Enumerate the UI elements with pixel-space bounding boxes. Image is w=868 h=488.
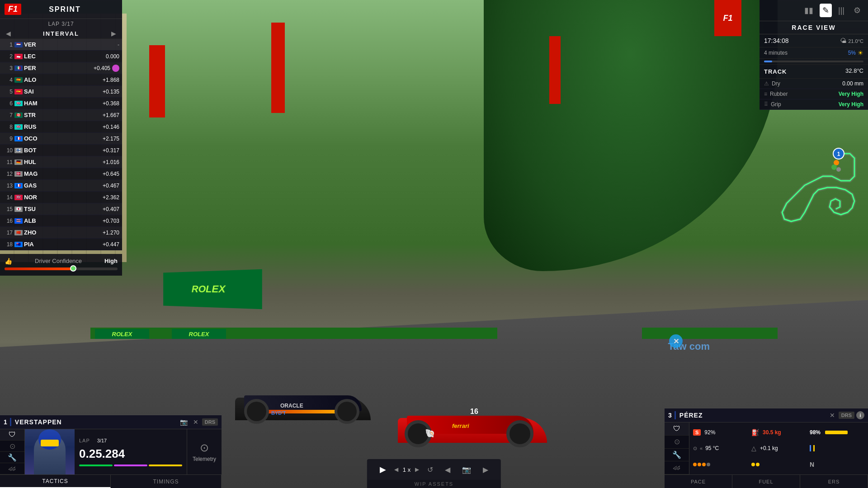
tab-tools[interactable]: 🔧 bbox=[0, 452, 24, 463]
table-row[interactable]: 4 🇪🇸 ALO +1.868 bbox=[0, 74, 122, 86]
temp-val: 95 °C bbox=[705, 445, 719, 451]
team-flag: 🇲🇨 bbox=[14, 54, 23, 59]
dot-2 bbox=[698, 463, 701, 466]
per-footer-ers[interactable]: ERS bbox=[800, 475, 868, 488]
standing-pos: 15 bbox=[3, 206, 13, 212]
driver-gap: +0.317 bbox=[94, 147, 119, 154]
table-row[interactable]: 15 🇯🇵 TSU +0.407 bbox=[0, 203, 122, 215]
close-icon[interactable]: ✕ bbox=[191, 418, 200, 427]
speed-display: 1 x bbox=[403, 466, 410, 473]
table-row[interactable]: 2 🇲🇨 LEC 0.000 bbox=[0, 51, 122, 62]
info-button[interactable]: i bbox=[856, 411, 864, 419]
driver-code: OCO bbox=[24, 135, 94, 142]
interval-next[interactable]: ▶ bbox=[109, 30, 118, 37]
toolbar-pencil[interactable]: ✎ bbox=[820, 4, 832, 17]
team-flag: 🇨🇳 bbox=[14, 230, 23, 235]
camera-button[interactable]: 📷 bbox=[458, 464, 475, 476]
cam-next-button[interactable]: ▶ bbox=[479, 464, 492, 476]
play-button[interactable]: ▶ bbox=[376, 463, 390, 476]
toolbar-bars[interactable]: ||| bbox=[835, 4, 847, 17]
footer-tactics[interactable]: TACTICS bbox=[0, 475, 111, 488]
table-row[interactable]: 12 🇩🇰 MAG +0.645 bbox=[0, 168, 122, 180]
toolbar-gear[interactable]: ⚙ bbox=[851, 4, 863, 17]
team-flag: 🇳🇱 bbox=[14, 42, 23, 47]
table-row[interactable]: 6 🇬🇧 HAM +0.368 bbox=[0, 98, 122, 109]
race-time: 17:34:08 bbox=[764, 37, 840, 44]
driver-code: PER bbox=[24, 65, 85, 71]
team-flag: 🇩🇰 bbox=[14, 171, 23, 177]
table-row[interactable]: 11 🇩🇪 HUL +1.016 bbox=[0, 156, 122, 168]
tab-driver[interactable]: 🏎 bbox=[0, 463, 24, 474]
race-type: SPRINT bbox=[49, 5, 81, 14]
table-row[interactable]: 7 🇨🇦 STR +1.667 bbox=[0, 109, 122, 121]
camera-icon[interactable]: 📷 bbox=[178, 418, 189, 427]
standing-pos: 14 bbox=[3, 194, 13, 201]
rain-bar-fill bbox=[764, 61, 772, 62]
per-tab-driver[interactable]: 🏎 bbox=[665, 461, 689, 474]
stat-fuel-icon: ⛽ 30.5 kg bbox=[751, 429, 806, 436]
ver-timing: LAP 3/17 0.25.284 bbox=[75, 429, 187, 474]
perez-card: 3 PÉREZ ✕ DRS i 🛡 ⊙ 🔧 🏎 S 92% bbox=[665, 408, 868, 488]
rain-bar-container bbox=[760, 59, 868, 65]
table-row[interactable]: 1 🇳🇱 VER - bbox=[0, 39, 122, 51]
rain-minutes: 4 minutes bbox=[764, 50, 848, 56]
track-temp: 32.8°C bbox=[845, 67, 863, 74]
stat-battery: S 92% bbox=[693, 429, 748, 436]
table-row[interactable]: 9 🇫🇷 OCO +2.175 bbox=[0, 133, 122, 145]
table-row[interactable]: 16 🇹🇭 ALB +0.703 bbox=[0, 215, 122, 227]
standing-pos: 17 bbox=[3, 230, 13, 236]
lap-info: LAP 3/17 bbox=[0, 19, 122, 28]
drs-button[interactable]: DRS bbox=[202, 418, 218, 426]
grip-value: Very High bbox=[839, 101, 863, 108]
driver-code: PIA bbox=[24, 241, 94, 248]
speed-prev[interactable]: ◀ bbox=[394, 466, 398, 473]
interval-label: INTERVAL bbox=[13, 30, 109, 37]
dot-6 bbox=[756, 463, 760, 466]
confidence-track[interactable] bbox=[5, 267, 118, 270]
driver-gap: +0.405 bbox=[85, 65, 110, 71]
standing-pos: 10 bbox=[3, 147, 13, 154]
cam-prev-button[interactable]: ◀ bbox=[441, 464, 454, 476]
telemetry-button[interactable]: ⊙ Telemetry bbox=[187, 429, 222, 474]
wip-label: WIP ASSETS bbox=[367, 480, 501, 488]
left-panel: F1 SPRINT LAP 3/17 ◀ INTERVAL ▶ 1 🇳🇱 VER… bbox=[0, 0, 122, 250]
team-flag: 🇪🇸 bbox=[14, 89, 23, 94]
table-row[interactable]: 18 🇦🇺 PIA +0.447 bbox=[0, 239, 122, 250]
interval-prev[interactable]: ◀ bbox=[4, 30, 13, 37]
table-row[interactable]: 13 🇫🇷 GAS +0.467 bbox=[0, 180, 122, 192]
per-footer-fuel[interactable]: FUEL bbox=[732, 475, 800, 488]
table-row[interactable]: 5 🇪🇸 SAI +0.135 bbox=[0, 86, 122, 98]
team-flag: 🇬🇧 bbox=[14, 101, 23, 106]
team-flag: 🇫🇷 bbox=[14, 136, 23, 141]
standings-table: 1 🇳🇱 VER - 2 🇲🇨 LEC 0.000 3 🇲🇽 PER +0.40… bbox=[0, 39, 122, 250]
per-drs-button[interactable]: DRS bbox=[839, 412, 854, 419]
per-close-icon[interactable]: ✕ bbox=[828, 411, 837, 420]
rubber-label: Rubber bbox=[770, 91, 839, 97]
tab-tyres[interactable]: ⊙ bbox=[0, 441, 24, 452]
grip-label: Grip bbox=[771, 101, 839, 108]
team-flag: 🇬🇧 bbox=[14, 195, 23, 200]
tab-tactics[interactable]: 🛡 bbox=[0, 429, 24, 441]
table-row[interactable]: 8 🇬🇧 RUS +0.146 bbox=[0, 121, 122, 133]
per-tab-tools[interactable]: 🔧 bbox=[665, 449, 689, 462]
interval-row[interactable]: ◀ INTERVAL ▶ bbox=[0, 28, 122, 39]
per-footer-pace[interactable]: PACE bbox=[665, 475, 732, 488]
standing-pos: 5 bbox=[3, 89, 13, 95]
table-row[interactable]: 14 🇬🇧 NOR +2.362 bbox=[0, 192, 122, 203]
ver-line bbox=[10, 418, 11, 426]
speed-next[interactable]: ▶ bbox=[415, 466, 419, 473]
verstappen-header: 1 VERSTAPPEN 📷 ✕ DRS bbox=[0, 415, 222, 429]
team-flag: 🇨🇦 bbox=[14, 113, 23, 118]
table-row[interactable]: 3 🇲🇽 PER +0.405 bbox=[0, 62, 122, 74]
race-header: F1 SPRINT bbox=[0, 0, 122, 19]
toolbar-chart[interactable]: ▮▮ bbox=[802, 4, 816, 17]
svg-text:1: 1 bbox=[837, 151, 840, 157]
rain-row: 4 minutes 5% ☀ bbox=[760, 47, 868, 59]
table-row[interactable]: 10 🇫🇮 BOT +0.317 bbox=[0, 145, 122, 156]
per-tab-tyres[interactable]: ⊙ bbox=[665, 436, 689, 449]
perez-stats: S 92% ⛽ 30.5 kg 98% ⊙ « 95 °C △ +0.1 kg bbox=[689, 422, 868, 474]
rewind-button[interactable]: ↺ bbox=[424, 464, 437, 476]
table-row[interactable]: 17 🇨🇳 ZHO +1.270 bbox=[0, 227, 122, 239]
per-tab-tactics[interactable]: 🛡 bbox=[665, 422, 689, 436]
footer-timings[interactable]: TIMINGS bbox=[111, 475, 222, 488]
